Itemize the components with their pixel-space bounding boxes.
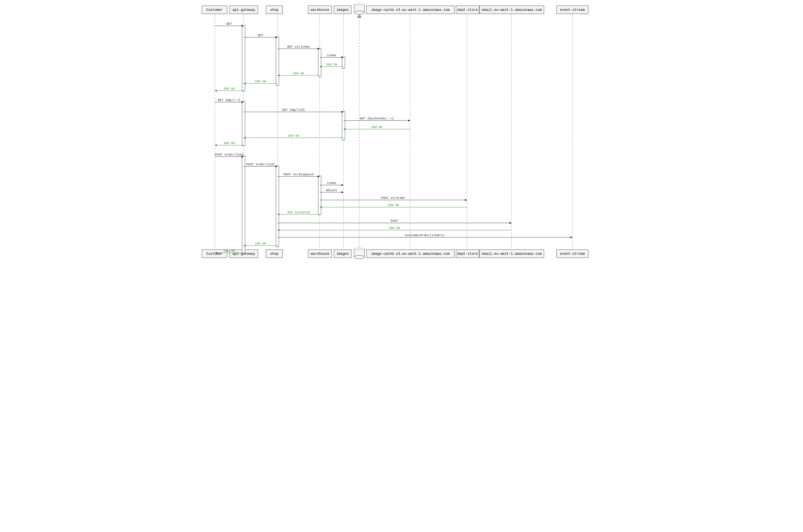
svg-marker-128 xyxy=(277,213,279,215)
svg-text:db: db xyxy=(357,15,361,19)
svg-text:200 OK: 200 OK xyxy=(388,204,399,207)
svg-rect-37 xyxy=(266,250,282,258)
svg-text:POST: POST xyxy=(390,219,398,223)
svg-point-31 xyxy=(354,11,364,14)
svg-marker-95 xyxy=(408,120,410,122)
svg-rect-52 xyxy=(354,249,364,257)
svg-text:GET img/{.+}: GET img/{.+} xyxy=(218,98,240,102)
svg-text:200 OK: 200 OK xyxy=(389,226,400,230)
svg-text:200 OK: 200 OK xyxy=(223,141,235,145)
svg-rect-57 xyxy=(318,48,321,77)
svg-text:images: images xyxy=(336,8,349,12)
svg-rect-14 xyxy=(266,6,282,14)
svg-text:images: images xyxy=(336,252,349,256)
svg-marker-74 xyxy=(342,57,344,59)
svg-marker-83 xyxy=(243,83,245,84)
svg-text:200 OK: 200 OK xyxy=(255,80,266,83)
svg-rect-35 xyxy=(230,250,258,258)
svg-text:shop: shop xyxy=(270,252,278,256)
svg-marker-137 xyxy=(570,236,572,239)
svg-rect-55 xyxy=(242,25,245,91)
svg-text:GET: GET xyxy=(258,34,263,37)
svg-marker-107 xyxy=(241,156,243,158)
svg-text:200 OK: 200 OK xyxy=(255,242,266,245)
svg-marker-143 xyxy=(215,252,217,254)
svg-rect-47 xyxy=(480,250,544,258)
svg-text:image-cache.s3.eu-west-1.amazo: image-cache.s3.eu-west-1.amazonaws.com xyxy=(371,252,450,256)
svg-text:Customer: Customer xyxy=(206,8,223,12)
svg-rect-22 xyxy=(456,6,479,14)
svg-text:200 OK: 200 OK xyxy=(223,249,235,252)
svg-marker-122 xyxy=(465,199,467,201)
svg-rect-49 xyxy=(556,250,588,258)
svg-text:POST order/{id}: POST order/{id} xyxy=(246,163,275,166)
svg-marker-140 xyxy=(243,245,245,247)
svg-marker-71 xyxy=(318,48,320,50)
svg-rect-10 xyxy=(202,6,227,14)
svg-rect-12 xyxy=(230,6,258,14)
svg-text:202 Accepted: 202 Accepted xyxy=(287,211,310,214)
svg-marker-113 xyxy=(318,176,320,178)
svg-text:GET v1/items: GET v1/items xyxy=(287,45,310,49)
svg-rect-30 xyxy=(354,3,364,5)
svg-text:email.eu-west-1.amazonaws.com: email.eu-west-1.amazonaws.com xyxy=(482,8,542,12)
svg-text:shop: shop xyxy=(270,8,278,12)
svg-marker-89 xyxy=(241,101,243,103)
svg-rect-41 xyxy=(334,250,351,258)
svg-marker-101 xyxy=(243,137,245,139)
svg-text:warehouse: warehouse xyxy=(311,252,329,256)
svg-rect-56 xyxy=(276,37,279,86)
svg-rect-24 xyxy=(480,6,544,14)
svg-text:email.eu-west-1.amazonaws.com: email.eu-west-1.amazonaws.com xyxy=(482,252,542,256)
svg-marker-131 xyxy=(510,222,511,224)
svg-point-54 xyxy=(354,255,364,259)
svg-rect-63 xyxy=(318,176,321,215)
svg-text:image-cache.s3.eu-west-1.amazo: image-cache.s3.eu-west-1.amazonaws.com xyxy=(371,8,450,12)
svg-rect-58 xyxy=(342,57,345,68)
svg-text:200 OK: 200 OK xyxy=(293,72,305,75)
svg-rect-33 xyxy=(202,250,227,258)
svg-marker-68 xyxy=(275,36,277,38)
svg-text:200 OK: 200 OK xyxy=(288,134,299,137)
svg-text:GET: GET xyxy=(226,22,232,25)
svg-rect-39 xyxy=(308,250,332,258)
svg-text:200 OK: 200 OK xyxy=(223,87,235,90)
svg-marker-110 xyxy=(275,166,277,168)
svg-text:200 OK: 200 OK xyxy=(371,126,383,129)
svg-rect-18 xyxy=(334,6,351,14)
svg-rect-26 xyxy=(556,6,588,14)
svg-text:GET {bucketKey:.+}: GET {bucketKey:.+} xyxy=(360,117,394,120)
svg-rect-59 xyxy=(242,101,245,146)
svg-marker-77 xyxy=(320,66,322,68)
svg-text:warehouse: warehouse xyxy=(311,8,329,12)
svg-rect-29 xyxy=(354,5,364,13)
svg-text:items: items xyxy=(327,182,336,185)
svg-marker-125 xyxy=(320,206,322,208)
svg-text:api-gateway: api-gateway xyxy=(232,8,255,12)
svg-text:dept-store: dept-store xyxy=(457,252,478,256)
svg-marker-98 xyxy=(344,128,346,130)
svg-text:items: items xyxy=(327,54,336,57)
svg-text:GET img/{id}: GET img/{id} xyxy=(282,108,305,112)
svg-rect-16 xyxy=(308,6,332,14)
svg-rect-45 xyxy=(456,250,479,258)
svg-marker-86 xyxy=(215,90,217,92)
svg-rect-43 xyxy=(366,250,454,258)
svg-text:api-gateway: api-gateway xyxy=(232,252,255,256)
svg-point-28 xyxy=(354,3,364,6)
svg-rect-20 xyxy=(366,6,454,14)
svg-rect-60 xyxy=(342,111,345,140)
svg-text:POST order/{id}: POST order/{id} xyxy=(215,153,243,156)
svg-text:CustomerOrder(item=1): CustomerOrder(item=1) xyxy=(405,233,445,237)
svg-text:Customer: Customer xyxy=(206,252,223,256)
svg-text:dept-store: dept-store xyxy=(457,8,478,12)
svg-rect-53 xyxy=(354,247,364,249)
svg-text:event-stream: event-stream xyxy=(560,8,585,12)
svg-rect-62 xyxy=(276,166,279,247)
svg-marker-104 xyxy=(215,144,217,146)
svg-text:POST v1/order: POST v1/order xyxy=(381,196,406,200)
svg-point-51 xyxy=(354,247,364,251)
svg-text:200 OK: 200 OK xyxy=(326,63,337,66)
svg-rect-61 xyxy=(242,156,245,253)
svg-marker-134 xyxy=(277,229,279,231)
